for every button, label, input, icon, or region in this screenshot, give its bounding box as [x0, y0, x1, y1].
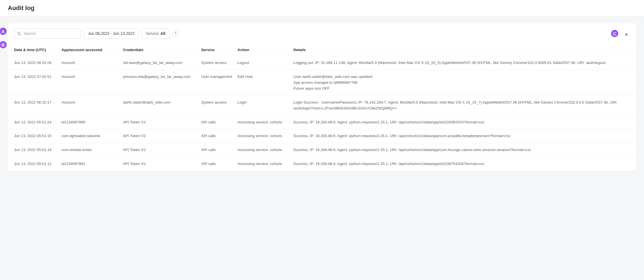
- cell-app: Account: [61, 100, 123, 106]
- cell-app: Account: [61, 74, 123, 80]
- cell-datetime: Jun 13, 2022 07:42:51: [14, 74, 61, 80]
- download-icon: [624, 31, 629, 36]
- cell-details: Success, IP: 18.209.48.9, Agent: python-…: [293, 119, 630, 125]
- cell-datetime: Jun 13, 2022 06:32:17: [14, 100, 61, 106]
- col-service[interactable]: Service: [201, 48, 237, 52]
- date-range-picker[interactable]: Jun 08,2022 - Jun 13,2022: [84, 28, 139, 39]
- annotation-a: A: [0, 28, 7, 35]
- service-filter-value: All: [160, 31, 165, 36]
- col-datetime[interactable]: Date & time (UTC): [14, 48, 61, 52]
- cell-credentials: API Token V2: [123, 147, 201, 153]
- cell-details: User darth.vader@dark_side.com was updat…: [293, 74, 630, 92]
- cell-credentials: API Token V2: [123, 119, 201, 125]
- cell-app: id1234567890: [61, 119, 123, 125]
- page-title: Audit log: [8, 4, 636, 12]
- search-input[interactable]: [23, 31, 78, 36]
- cell-credentials: API Token V2: [123, 133, 201, 139]
- date-range-value: Jun 08,2022 - Jun 13,2022: [88, 31, 135, 36]
- table-row[interactable]: Jun 13, 2022 05:51:15com.lightsaber.tato…: [8, 129, 636, 143]
- cell-details: Logging out, IP: 31.168.11.138, Agent: M…: [293, 60, 630, 66]
- download-button[interactable]: [623, 30, 630, 37]
- cell-action: Edit User: [237, 74, 293, 80]
- service-filter-label: Service: [146, 31, 159, 36]
- cell-action: Accessing service: cohorts: [237, 147, 293, 153]
- cell-service: API calls: [201, 161, 237, 167]
- table-row[interactable]: Jun 13, 2022 05:51:24id1234567890API Tok…: [8, 116, 636, 130]
- table-row[interactable]: Jun 13, 2022 07:42:51Accountprincess.lei…: [8, 70, 636, 96]
- table-row[interactable]: Jun 13, 2022 06:32:17Accountdarth.vader@…: [8, 96, 636, 116]
- table-row[interactable]: Jun 13, 2022 08:33:28Accountobi.wan@gala…: [8, 56, 636, 70]
- cell-credentials: darth.vader@dark_side.com: [123, 100, 201, 106]
- cell-details: Success, IP: 18.209.48.9, Agent: python-…: [293, 161, 630, 167]
- cell-datetime: Jun 13, 2022 05:51:12: [14, 161, 61, 167]
- cell-datetime: Jun 13, 2022 05:51:14: [14, 147, 61, 153]
- cell-details: Success, IP: 18.209.48.9, Agent: python-…: [293, 133, 630, 139]
- toolbar: Jun 08,2022 - Jun 13,2022 Service All ? …: [8, 28, 636, 44]
- cell-credentials: obi.wan@galaxy_far_far_away.com: [123, 60, 201, 66]
- cell-service: System access: [201, 100, 237, 106]
- audit-card: Jun 08,2022 - Jun 13,2022 Service All ? …: [8, 23, 636, 171]
- col-app[interactable]: App/account accessed: [61, 48, 123, 52]
- cell-credentials: princess.leia@galaxy_far_far_away.com: [123, 74, 201, 80]
- cell-details: Login Success - Username/Password, IP: 7…: [293, 100, 630, 111]
- cell-action: Login: [237, 100, 293, 106]
- cell-datetime: Jun 13, 2022 05:51:15: [14, 133, 61, 139]
- col-details[interactable]: Details: [293, 48, 630, 52]
- cell-app: com.lightsaber.tatooine: [61, 133, 123, 139]
- cell-app: com.wookie.endor: [61, 147, 123, 153]
- cell-action: Logout: [237, 60, 293, 66]
- cell-app: id1234567891: [61, 161, 123, 167]
- svg-rect-2: [625, 35, 628, 35]
- col-credentials[interactable]: Credentials: [123, 48, 201, 52]
- cell-datetime: Jun 13, 2022 08:33:28: [14, 60, 61, 66]
- cell-service: API calls: [201, 147, 237, 153]
- cell-service: User management: [201, 74, 237, 80]
- table-row[interactable]: Jun 13, 2022 05:51:12id1234567891API Tok…: [8, 157, 636, 171]
- table-body: Jun 13, 2022 08:33:28Accountobi.wan@gala…: [8, 56, 636, 171]
- annotation-b: B: [0, 41, 7, 48]
- cell-service: System access: [201, 60, 237, 66]
- cell-app: Account: [61, 60, 123, 66]
- help-button[interactable]: ?: [172, 30, 179, 37]
- search-icon: [17, 32, 21, 36]
- cell-details: Success, IP: 18.209.48.9, Agent: python-…: [293, 147, 630, 153]
- col-action[interactable]: Action: [237, 48, 293, 52]
- cell-service: API calls: [201, 119, 237, 125]
- search-input-wrap[interactable]: [14, 28, 81, 39]
- page-header: Audit log: [0, 0, 644, 16]
- service-filter[interactable]: Service All: [142, 28, 170, 39]
- svg-point-0: [18, 32, 20, 35]
- cell-action: Accessing service: cohorts: [237, 119, 293, 125]
- cell-datetime: Jun 13, 2022 05:51:24: [14, 119, 61, 125]
- table-row[interactable]: Jun 13, 2022 05:51:14com.wookie.endorAPI…: [8, 143, 636, 157]
- help-icon: ?: [175, 32, 177, 35]
- annotation-c: C: [611, 30, 618, 37]
- cell-action: Accessing service: cohorts: [237, 161, 293, 167]
- cell-service: API calls: [201, 133, 237, 139]
- cell-action: Accessing service: cohorts: [237, 133, 293, 139]
- svg-line-1: [20, 34, 21, 35]
- cell-credentials: API Token V2: [123, 161, 201, 167]
- table-header-row: Date & time (UTC) App/account accessed C…: [8, 44, 636, 56]
- audit-table: Date & time (UTC) App/account accessed C…: [8, 44, 636, 171]
